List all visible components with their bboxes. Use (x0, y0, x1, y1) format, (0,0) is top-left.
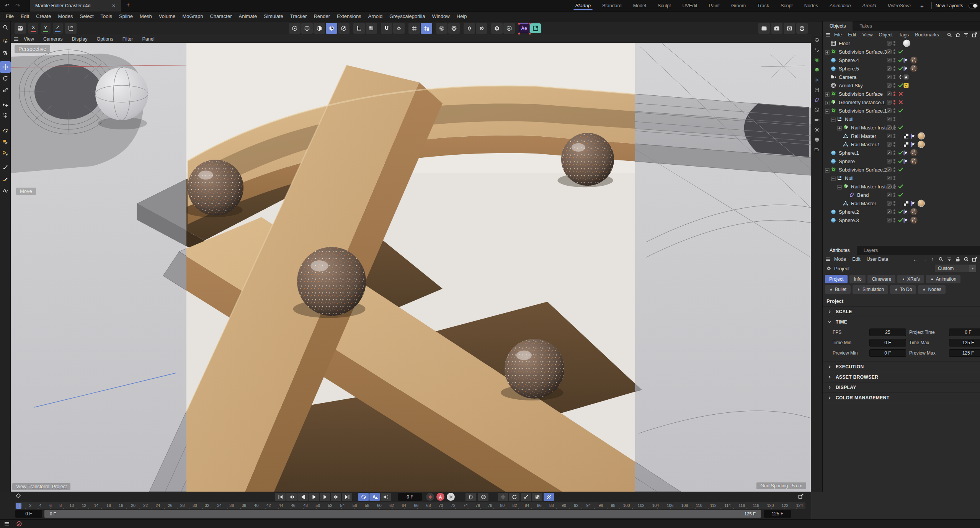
objects-menu-tags[interactable]: Tags (896, 31, 912, 39)
close-tab-icon[interactable]: ✕ (110, 2, 117, 9)
brush-tool[interactable] (0, 161, 11, 173)
menu-window[interactable]: Window (428, 11, 453, 21)
menu-greyscalegorilla[interactable]: Greyscalegorilla (386, 11, 428, 21)
search-icon[interactable] (946, 32, 952, 38)
marble-texture-tag[interactable] (910, 57, 918, 64)
menu-mesh[interactable]: Mesh (136, 11, 155, 21)
pal-mat-icon[interactable] (811, 135, 823, 145)
hud-a-button[interactable]: A (369, 493, 380, 501)
objects-menu-view[interactable]: View (859, 31, 876, 39)
enabled-check-icon[interactable] (898, 192, 904, 198)
phong-tag-icon[interactable] (910, 141, 916, 147)
attribute-chip-simulation[interactable]: Simulation (853, 285, 888, 294)
viewport[interactable]: ViewCamerasDisplayOptionsFilterPanel Per… (11, 35, 811, 492)
back-icon[interactable]: ← (913, 256, 919, 262)
tag-a-tag-icon[interactable]: A (903, 74, 909, 80)
layout-tab-track[interactable]: Track (751, 0, 775, 11)
tree-row[interactable]: Subdivision Surface (823, 90, 980, 98)
target-icon[interactable] (963, 256, 969, 262)
keyframe-marker-icon[interactable] (15, 493, 21, 499)
marble-texture-tag[interactable] (910, 65, 918, 72)
plugin-badge[interactable] (530, 23, 541, 33)
layer-toggle-icon[interactable] (887, 184, 892, 189)
visibility-dots[interactable] (893, 134, 895, 138)
render-interactive-button[interactable] (796, 23, 808, 34)
expander-minus-icon[interactable] (825, 167, 830, 172)
spline-pen-tool[interactable] (0, 124, 11, 136)
pal-cube-icon[interactable] (811, 35, 823, 45)
viewport-menu-cameras[interactable]: Cameras (39, 36, 67, 42)
visibility-dots[interactable] (893, 108, 895, 113)
visibility-dots[interactable] (893, 159, 895, 163)
tree-row[interactable]: Subdivision Surface.1 (823, 106, 980, 115)
visibility-dots[interactable] (893, 75, 895, 79)
axis-lock-y-button[interactable]: Y (41, 23, 51, 34)
chevron-right-icon[interactable] (826, 309, 833, 315)
preview-range-slider[interactable]: 0 F 125 F (44, 510, 761, 518)
layer-toggle-icon[interactable] (887, 41, 892, 46)
symmetry-button[interactable] (464, 23, 475, 34)
attribute-chip-nodes[interactable]: Nodes (918, 285, 946, 294)
layer-toggle-icon[interactable] (887, 83, 892, 88)
visibility-dots[interactable] (893, 150, 895, 155)
multi-move-tool[interactable] (0, 110, 11, 121)
tree-row[interactable]: Null (823, 115, 980, 123)
layer-toggle-icon[interactable] (887, 58, 892, 62)
marble-texture-tag[interactable] (910, 217, 918, 224)
group-header[interactable]: DISPLAY (823, 383, 980, 392)
layer-toggle-icon[interactable] (887, 209, 892, 214)
wood-texture-tag[interactable] (918, 132, 925, 140)
menu-spline[interactable]: Spline (116, 11, 136, 21)
field-input[interactable]: 125 F (949, 339, 980, 347)
layout-tab-videosova[interactable]: VideoSova (882, 0, 916, 11)
render-settings-button[interactable] (784, 23, 795, 34)
expander-minus-icon[interactable] (825, 108, 830, 113)
grid-button[interactable] (408, 23, 420, 34)
preset-dropdown[interactable]: Custom ▾ (935, 265, 976, 272)
render-view-button[interactable] (758, 23, 770, 34)
viewport-menu-panel[interactable]: Panel (137, 36, 159, 42)
mode-axis-button[interactable] (338, 23, 350, 34)
tr-prevkey-button[interactable] (286, 493, 297, 501)
popout-icon[interactable] (972, 32, 978, 38)
layer-toggle-icon[interactable] (887, 142, 892, 147)
keyframe-presets-button[interactable] (478, 493, 488, 501)
visibility-dots[interactable] (893, 66, 895, 71)
attributes-menu-edit[interactable]: Edit (849, 255, 864, 263)
commander-tool[interactable] (0, 21, 11, 33)
home-icon[interactable] (955, 32, 961, 38)
keyframe-selection-button[interactable] (466, 493, 476, 501)
visibility-dots[interactable] (893, 125, 895, 130)
expander-minus-icon[interactable] (837, 184, 842, 189)
open-timeline-icon[interactable] (798, 493, 804, 499)
enabled-check-icon[interactable] (898, 49, 904, 55)
phong-tag-icon[interactable] (903, 65, 909, 72)
add-tab-icon[interactable]: + (126, 2, 130, 8)
autokey-button[interactable]: A (436, 493, 444, 501)
attribute-chip-animation[interactable]: Animation (926, 275, 960, 283)
objects-menu-edit[interactable]: Edit (845, 31, 859, 39)
falloff-settings-button[interactable] (448, 23, 460, 34)
tag-sky-tag-icon[interactable] (903, 82, 909, 88)
forward-icon[interactable]: → (921, 256, 927, 262)
tree-row[interactable]: Rail Master (823, 132, 980, 140)
tree-row[interactable]: Rail Master (823, 199, 980, 208)
group-header[interactable]: ASSET BROWSER (823, 372, 980, 382)
tree-row[interactable]: Arnold Sky (823, 81, 980, 90)
phong-tag-icon[interactable] (903, 158, 909, 164)
enabled-check-icon[interactable] (898, 124, 904, 131)
objects-menu-object[interactable]: Object (876, 31, 896, 39)
chevron-down-icon[interactable] (826, 319, 833, 325)
expander-plus-icon[interactable] (825, 49, 830, 54)
menu-tools[interactable]: Tools (97, 11, 116, 21)
tree-row[interactable]: Null (823, 174, 980, 182)
layout-tab-groom[interactable]: Groom (725, 0, 751, 11)
menu-extensions[interactable]: Extensions (333, 11, 365, 21)
attribute-chip-cineware[interactable]: Cineware (867, 275, 895, 283)
tree-row[interactable]: Sphere.4 (823, 56, 980, 64)
range-end-field[interactable]: 125 F (764, 510, 791, 518)
disabled-cross-icon[interactable] (898, 91, 904, 97)
visibility-dots[interactable] (893, 92, 895, 96)
checker-tag-icon[interactable] (903, 141, 909, 147)
tr-start-button[interactable] (275, 493, 286, 501)
